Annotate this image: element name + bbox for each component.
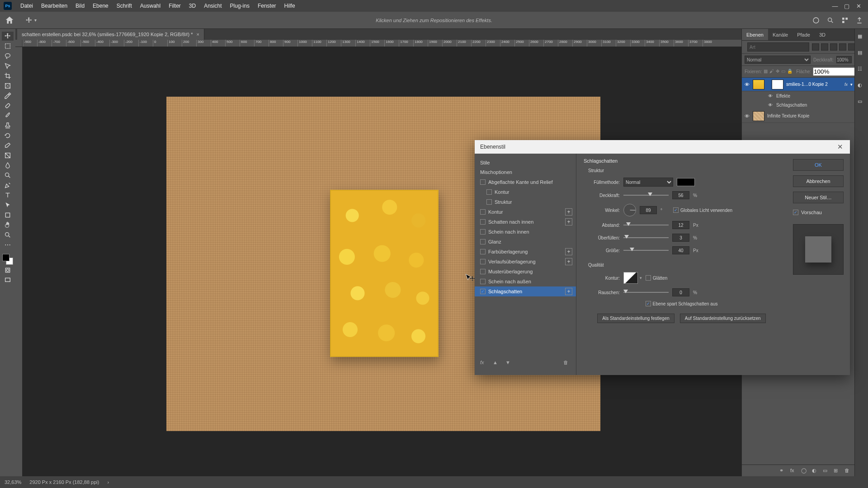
distance-slider[interactable] [623, 222, 669, 228]
pen-tool[interactable] [2, 181, 14, 190]
share-icon[interactable] [855, 16, 863, 24]
checkbox-icon[interactable] [480, 249, 486, 254]
cancel-button[interactable]: Abbrechen [793, 175, 844, 187]
add-instance-icon[interactable]: + [565, 218, 572, 225]
delete-layer-icon[interactable]: 🗑 [844, 468, 851, 474]
styles-header[interactable]: Stile [475, 158, 576, 167]
eraser-tool[interactable] [2, 141, 14, 150]
style-item-inner_shadow[interactable]: Schatten nach innen+ [475, 217, 576, 227]
layer-style-icon[interactable]: fx [790, 468, 797, 474]
ruler-horizontal[interactable]: -900-800-700-600-500-400-300-200-1000100… [23, 40, 741, 47]
opacity-input[interactable] [836, 56, 852, 63]
emoji-layer-content[interactable] [330, 190, 439, 357]
eyedropper-tool[interactable] [2, 91, 14, 100]
menu-window[interactable]: Fenster [254, 3, 280, 9]
layer-row-emoji[interactable]: 👁 smilies-1…0 Kopie 2 fx ▾ [742, 78, 854, 91]
checkbox-icon[interactable] [480, 219, 486, 225]
style-item-outer_glow[interactable]: Schein nach außen [475, 277, 576, 286]
style-item-pattern_overlay[interactable]: Musterüberlagerung [475, 267, 576, 277]
layer-name[interactable]: smilies-1…0 Kopie 2 [786, 82, 842, 87]
move-tool[interactable] [2, 32, 14, 41]
blur-tool[interactable] [2, 161, 14, 170]
tab-layers[interactable]: Ebenen [742, 29, 768, 40]
dialog-close-button[interactable]: ✕ [835, 142, 844, 151]
blend-mode-select[interactable]: Normal [745, 56, 811, 64]
quick-select-tool[interactable] [2, 61, 14, 70]
link-layers-icon[interactable]: ⚭ [779, 468, 786, 474]
move-up-icon[interactable]: ▲ [493, 360, 500, 367]
filter-pixel-icon[interactable] [812, 43, 819, 51]
path-select-tool[interactable] [2, 201, 14, 210]
group-icon[interactable]: ▭ [823, 468, 829, 474]
brush-tool[interactable] [2, 111, 14, 120]
menu-3d[interactable]: 3D [185, 3, 200, 9]
adjustment-layer-icon[interactable]: ◐ [812, 468, 818, 474]
noise-input[interactable] [672, 288, 689, 296]
menu-view[interactable]: Ansicht [200, 3, 226, 9]
opacity-slider[interactable] [623, 192, 669, 198]
gradient-tool[interactable] [2, 151, 14, 160]
ok-button[interactable]: OK [793, 159, 844, 171]
spread-input[interactable] [672, 234, 689, 242]
zoom-level[interactable]: 32,63% [5, 479, 21, 485]
add-instance-icon[interactable]: + [565, 248, 572, 255]
global-light-checkbox[interactable]: Globales Licht verwenden [673, 207, 732, 213]
color-swatches[interactable] [2, 254, 13, 265]
menu-type[interactable]: Schrift [113, 3, 136, 9]
maximize-button[interactable]: ▢ [844, 3, 850, 9]
menu-image[interactable]: Bild [71, 3, 89, 9]
style-item-color_overlay[interactable]: Farbüberlagerung+ [475, 247, 576, 257]
edit-toolbar[interactable]: ⋯ [2, 240, 14, 249]
cloud-docs-icon[interactable] [812, 16, 820, 24]
checkbox-icon[interactable] [480, 209, 486, 215]
foreground-color[interactable] [2, 254, 9, 261]
dialog-titlebar[interactable]: Ebenenstil ✕ [475, 140, 850, 154]
effect-dropshadow-row[interactable]: 👁 Schlagschatten [742, 100, 854, 109]
minimize-button[interactable]: — [832, 3, 838, 9]
checkbox-icon[interactable] [480, 229, 486, 235]
blend-mode-dropdown[interactable]: Normal [623, 178, 673, 187]
shadow-color-swatch[interactable] [677, 178, 695, 186]
style-item-drop_shadow[interactable]: Schlagschatten+ [475, 286, 576, 296]
type-tool[interactable] [2, 191, 14, 200]
shape-tool[interactable] [2, 211, 14, 220]
filter-adjust-icon[interactable] [821, 43, 828, 51]
add-instance-icon[interactable]: + [565, 288, 572, 295]
workspace-icon[interactable] [841, 16, 849, 24]
ruler-origin[interactable] [15, 40, 23, 47]
effect-visibility-toggle[interactable]: 👁 [767, 103, 774, 108]
menu-plugins[interactable]: Plug-ins [226, 3, 254, 9]
lock-all-icon[interactable]: 🔒 [787, 69, 793, 75]
marquee-tool[interactable] [2, 42, 14, 51]
checkbox-icon[interactable] [486, 199, 492, 205]
filter-type-icon[interactable] [830, 43, 837, 51]
add-instance-icon[interactable]: + [565, 208, 572, 216]
checkbox-icon[interactable] [480, 269, 486, 274]
fx-menu-icon[interactable]: fx [480, 360, 487, 367]
layer-mask-thumbnail[interactable] [772, 80, 783, 89]
stamp-tool[interactable] [2, 121, 14, 130]
checkbox-icon[interactable] [480, 279, 486, 284]
color-panel-icon[interactable]: ▦ [858, 33, 866, 42]
new-style-button[interactable]: Neuer Stil… [793, 192, 844, 203]
quick-mask-toggle[interactable] [2, 266, 14, 275]
healing-tool[interactable] [2, 101, 14, 110]
reset-default-button[interactable]: Auf Standardeinstellung zurücksetzen [680, 314, 766, 323]
document-tab[interactable]: schatten erstellen.psdc bei 32,6% (smili… [17, 29, 204, 40]
noise-slider[interactable] [623, 289, 669, 296]
antialias-checkbox[interactable]: Glätten [646, 275, 667, 281]
menu-help[interactable]: Hilfe [280, 3, 299, 9]
status-chevron-icon[interactable]: › [107, 479, 109, 485]
lasso-tool[interactable] [2, 52, 14, 61]
lock-pixels-icon[interactable]: 🖌 [769, 69, 774, 75]
swatches-panel-icon[interactable]: ▤ [858, 50, 866, 58]
style-item-inner_glow[interactable]: Schein nach innen [475, 227, 576, 237]
menu-layer[interactable]: Ebene [89, 3, 113, 9]
style-item-grad_overlay[interactable]: Verlaufsüberlagerung+ [475, 257, 576, 267]
menu-select[interactable]: Auswahl [136, 3, 165, 9]
chevron-down-icon[interactable]: ▾ [640, 276, 642, 280]
contour-picker[interactable] [623, 272, 638, 284]
make-default-button[interactable]: Als Standardeinstellung festlegen [597, 314, 674, 323]
blending-options-item[interactable]: Mischoptionen [475, 167, 576, 177]
checkbox-icon[interactable] [480, 289, 486, 294]
